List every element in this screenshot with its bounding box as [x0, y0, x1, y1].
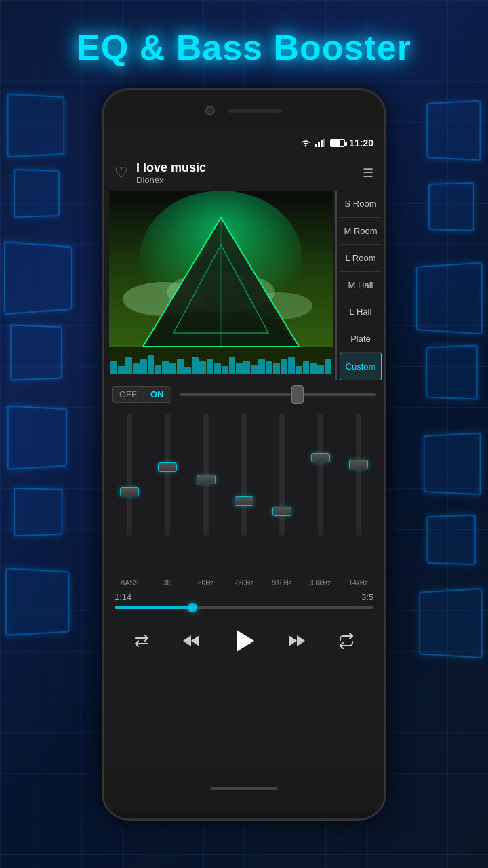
svg-marker-16 — [289, 635, 297, 646]
status-icons: 11:20 — [300, 138, 373, 149]
progress-times: 1:14 3:5 — [115, 592, 373, 602]
phone-top-bezel — [104, 90, 384, 131]
eq-track-3-6khz[interactable] — [318, 414, 323, 536]
toggle-off-label: OFF — [113, 387, 144, 402]
repeat-icon — [338, 633, 354, 649]
svg-marker-17 — [297, 635, 305, 646]
shuffle-button[interactable] — [127, 626, 157, 656]
svg-rect-1 — [315, 144, 317, 147]
preset-plate[interactable]: Plate — [340, 326, 382, 353]
eq-handle-3-6khz[interactable] — [311, 453, 330, 462]
svg-point-0 — [305, 145, 307, 147]
phone-screen: 11:20 ♡ I love music Dionex ☰ — [104, 131, 384, 768]
eq-sliders-container — [112, 414, 376, 563]
master-slider[interactable] — [180, 393, 377, 396]
eq-handle-bass[interactable] — [120, 487, 139, 496]
shuffle-icon — [134, 633, 150, 649]
preset-custom[interactable]: Custom — [340, 353, 382, 380]
song-info-row: ♡ I love music Dionex ☰ — [104, 155, 384, 191]
svg-rect-3 — [321, 140, 323, 147]
toggle-row: OFF ON — [104, 380, 384, 408]
repeat-button[interactable] — [331, 626, 361, 656]
svg-rect-2 — [318, 142, 320, 147]
progress-thumb[interactable] — [188, 603, 197, 612]
phone-frame: 11:20 ♡ I love music Dionex ☰ — [102, 88, 386, 821]
svg-marker-15 — [183, 635, 191, 646]
svg-rect-4 — [323, 139, 325, 147]
status-time: 11:20 — [349, 138, 373, 149]
current-time: 1:14 — [115, 592, 131, 602]
eq-channel-230hz — [226, 414, 262, 563]
preset-list: S Room M Room L Room M Hall L Hall Plate… — [336, 191, 384, 380]
song-title: I love music — [136, 161, 354, 175]
signal-icon — [315, 139, 326, 147]
wifi-icon — [300, 139, 311, 147]
forward-button[interactable] — [282, 626, 312, 656]
phone-bottom-bezel — [104, 768, 384, 809]
play-button[interactable] — [226, 623, 262, 659]
eq-track-60hz[interactable] — [203, 414, 209, 536]
eq-handle-3d[interactable] — [158, 462, 177, 472]
play-icon — [237, 630, 254, 652]
eq-section — [104, 408, 384, 585]
eq-channel-3d — [150, 414, 185, 563]
master-slider-thumb[interactable] — [291, 385, 304, 404]
progress-fill — [115, 606, 192, 609]
eq-handle-910hz[interactable] — [272, 507, 291, 516]
waveform — [109, 353, 333, 374]
battery-icon — [330, 139, 345, 147]
eq-toggle[interactable]: OFF ON — [112, 386, 171, 403]
preset-l-hall[interactable]: L Hall — [340, 298, 382, 326]
menu-icon[interactable]: ☰ — [363, 165, 373, 180]
preset-s-room[interactable]: S Room — [340, 191, 382, 218]
app-title: EQ & Bass Booster — [0, 27, 488, 68]
eq-channel-bass — [112, 414, 147, 563]
eq-handle-230hz[interactable] — [235, 496, 253, 506]
eq-track-230hz[interactable] — [241, 414, 247, 536]
forward-icon — [288, 633, 306, 649]
preset-m-hall[interactable]: M Hall — [340, 272, 382, 299]
eq-channel-14khz — [341, 414, 376, 563]
toggle-on-label: ON — [144, 387, 171, 402]
eq-channel-60hz — [188, 414, 224, 563]
svg-marker-14 — [191, 635, 199, 646]
eq-channel-3-6khz — [302, 414, 338, 563]
progress-section: 1:14 3:5 — [104, 587, 384, 614]
front-camera — [205, 106, 215, 115]
total-time: 3:5 — [361, 592, 373, 602]
playback-controls — [104, 614, 384, 667]
eq-track-14khz[interactable] — [356, 414, 361, 536]
eq-channel-910hz — [264, 414, 300, 563]
preset-l-room[interactable]: L Room — [340, 245, 382, 272]
earpiece-speaker — [228, 108, 283, 113]
progress-track[interactable] — [115, 606, 373, 609]
rewind-button[interactable] — [176, 626, 206, 656]
album-art-image — [109, 191, 333, 374]
preset-m-room[interactable]: M Room — [340, 218, 382, 245]
eq-track-3d[interactable] — [165, 414, 170, 536]
song-details: I love music Dionex — [128, 161, 363, 185]
content-row: S Room M Room L Room M Hall L Hall Plate… — [104, 191, 384, 380]
eq-track-910hz[interactable] — [279, 414, 285, 536]
home-indicator[interactable] — [210, 787, 278, 790]
eq-handle-14khz[interactable] — [349, 460, 368, 469]
status-bar: 11:20 — [104, 131, 384, 155]
album-art — [109, 191, 333, 374]
rewind-icon — [182, 633, 200, 649]
song-artist: Dionex — [136, 175, 354, 185]
eq-handle-60hz[interactable] — [197, 475, 216, 484]
favorite-icon[interactable]: ♡ — [115, 164, 128, 182]
eq-track-bass[interactable] — [127, 414, 132, 536]
